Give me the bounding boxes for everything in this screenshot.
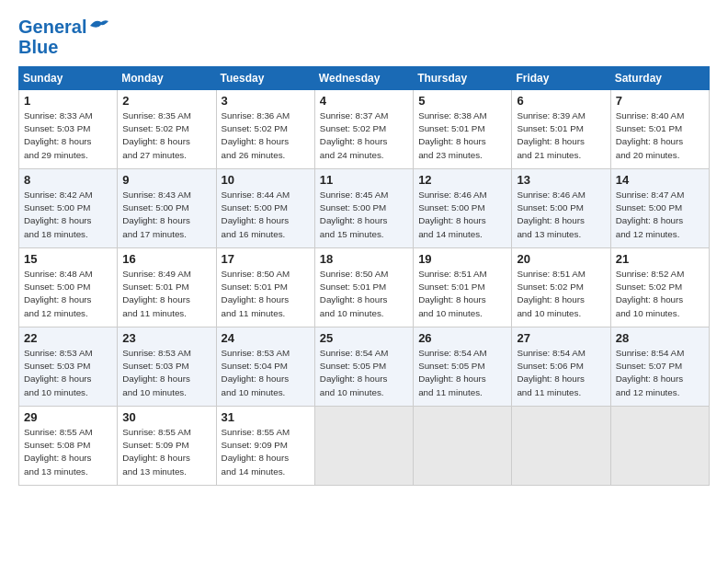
day-number: 21: [616, 252, 704, 266]
calendar-cell-day-15: 15Sunrise: 8:48 AM Sunset: 5:00 PM Dayli…: [19, 248, 118, 327]
day-number: 31: [222, 410, 310, 424]
day-number: 24: [222, 331, 310, 345]
cell-info: Sunrise: 8:49 AM Sunset: 5:01 PM Dayligh…: [122, 268, 210, 320]
calendar-cell-day-27: 27Sunrise: 8:54 AM Sunset: 5:06 PM Dayli…: [512, 327, 610, 407]
calendar-cell-day-11: 11Sunrise: 8:45 AM Sunset: 5:00 PM Dayli…: [314, 169, 413, 248]
col-sunday: Sunday: [19, 67, 118, 90]
day-number: 18: [320, 252, 408, 266]
day-number: 4: [320, 94, 408, 108]
day-number: 27: [517, 331, 605, 345]
calendar-cell-day-28: 28Sunrise: 8:54 AM Sunset: 5:07 PM Dayli…: [610, 327, 709, 407]
cell-info: Sunrise: 8:39 AM Sunset: 5:01 PM Dayligh…: [517, 109, 605, 162]
day-number: 5: [418, 94, 506, 108]
calendar-cell-day-26: 26Sunrise: 8:54 AM Sunset: 5:05 PM Dayli…: [414, 327, 512, 407]
cell-info: Sunrise: 8:50 AM Sunset: 5:01 PM Dayligh…: [320, 268, 408, 320]
calendar-cell-day-3: 3Sunrise: 8:36 AM Sunset: 5:02 PM Daylig…: [216, 90, 314, 169]
day-number: 7: [616, 94, 704, 108]
cell-info: Sunrise: 8:37 AM Sunset: 5:02 PM Dayligh…: [320, 109, 408, 162]
calendar-cell-empty: [314, 407, 413, 486]
calendar-cell-day-10: 10Sunrise: 8:44 AM Sunset: 5:00 PM Dayli…: [216, 169, 314, 248]
calendar-cell-day-6: 6Sunrise: 8:39 AM Sunset: 5:01 PM Daylig…: [512, 90, 610, 169]
day-number: 16: [122, 252, 210, 266]
col-saturday: Saturday: [610, 67, 709, 90]
day-number: 26: [418, 331, 506, 345]
day-number: 13: [517, 173, 605, 187]
cell-info: Sunrise: 8:51 AM Sunset: 5:02 PM Dayligh…: [517, 268, 605, 320]
cell-info: Sunrise: 8:48 AM Sunset: 5:00 PM Dayligh…: [24, 268, 112, 320]
cell-info: Sunrise: 8:44 AM Sunset: 5:00 PM Dayligh…: [222, 189, 310, 241]
cell-info: Sunrise: 8:40 AM Sunset: 5:01 PM Dayligh…: [616, 109, 704, 162]
col-friday: Friday: [512, 67, 610, 90]
cell-info: Sunrise: 8:55 AM Sunset: 9:09 PM Dayligh…: [222, 426, 310, 478]
day-number: 14: [616, 173, 704, 187]
calendar-cell-day-29: 29Sunrise: 8:55 AM Sunset: 5:08 PM Dayli…: [19, 407, 118, 486]
cell-info: Sunrise: 8:33 AM Sunset: 5:03 PM Dayligh…: [24, 109, 112, 162]
calendar-week-5: 29Sunrise: 8:55 AM Sunset: 5:08 PM Dayli…: [19, 407, 710, 486]
day-number: 3: [222, 94, 310, 108]
cell-info: Sunrise: 8:53 AM Sunset: 5:03 PM Dayligh…: [24, 347, 112, 399]
day-number: 2: [122, 94, 210, 108]
cell-info: Sunrise: 8:51 AM Sunset: 5:01 PM Dayligh…: [418, 268, 506, 320]
calendar-week-3: 15Sunrise: 8:48 AM Sunset: 5:00 PM Dayli…: [19, 248, 710, 327]
calendar-cell-day-14: 14Sunrise: 8:47 AM Sunset: 5:00 PM Dayli…: [610, 169, 709, 248]
calendar-cell-day-22: 22Sunrise: 8:53 AM Sunset: 5:03 PM Dayli…: [19, 327, 118, 407]
cell-info: Sunrise: 8:45 AM Sunset: 5:00 PM Dayligh…: [320, 189, 408, 241]
cell-info: Sunrise: 8:54 AM Sunset: 5:05 PM Dayligh…: [418, 347, 506, 399]
calendar-cell-day-5: 5Sunrise: 8:38 AM Sunset: 5:01 PM Daylig…: [414, 90, 512, 169]
page: General Blue Sunday Monday Tuesday Wedne…: [0, 0, 728, 563]
cell-info: Sunrise: 8:42 AM Sunset: 5:00 PM Dayligh…: [24, 189, 112, 241]
logo-bird-icon: [88, 18, 108, 33]
calendar-cell-day-1: 1Sunrise: 8:33 AM Sunset: 5:03 PM Daylig…: [19, 90, 118, 169]
day-number: 8: [24, 173, 112, 187]
col-wednesday: Wednesday: [314, 67, 413, 90]
logo-general: General: [18, 17, 86, 37]
calendar-week-2: 8Sunrise: 8:42 AM Sunset: 5:00 PM Daylig…: [19, 169, 710, 248]
cell-info: Sunrise: 8:38 AM Sunset: 5:01 PM Dayligh…: [418, 109, 506, 162]
day-number: 17: [222, 252, 310, 266]
col-monday: Monday: [118, 67, 216, 90]
day-number: 23: [122, 331, 210, 345]
calendar-cell-day-2: 2Sunrise: 8:35 AM Sunset: 5:02 PM Daylig…: [118, 90, 216, 169]
cell-info: Sunrise: 8:50 AM Sunset: 5:01 PM Dayligh…: [222, 268, 310, 320]
cell-info: Sunrise: 8:46 AM Sunset: 5:00 PM Dayligh…: [517, 189, 605, 241]
calendar-cell-day-24: 24Sunrise: 8:53 AM Sunset: 5:04 PM Dayli…: [216, 327, 314, 407]
cell-info: Sunrise: 8:55 AM Sunset: 5:08 PM Dayligh…: [24, 426, 112, 478]
day-number: 6: [517, 94, 605, 108]
cell-info: Sunrise: 8:36 AM Sunset: 5:02 PM Dayligh…: [222, 109, 310, 162]
logo-blue: Blue: [18, 37, 58, 57]
cell-info: Sunrise: 8:54 AM Sunset: 5:06 PM Dayligh…: [517, 347, 605, 399]
calendar-cell-empty: [610, 407, 709, 486]
cell-info: Sunrise: 8:52 AM Sunset: 5:02 PM Dayligh…: [616, 268, 704, 320]
calendar-week-1: 1Sunrise: 8:33 AM Sunset: 5:03 PM Daylig…: [19, 90, 710, 169]
cell-info: Sunrise: 8:35 AM Sunset: 5:02 PM Dayligh…: [122, 109, 210, 162]
calendar-cell-day-4: 4Sunrise: 8:37 AM Sunset: 5:02 PM Daylig…: [314, 90, 413, 169]
day-number: 19: [418, 252, 506, 266]
cell-info: Sunrise: 8:47 AM Sunset: 5:00 PM Dayligh…: [616, 189, 704, 241]
cell-info: Sunrise: 8:53 AM Sunset: 5:04 PM Dayligh…: [222, 347, 310, 399]
day-number: 9: [122, 173, 210, 187]
calendar-cell-day-18: 18Sunrise: 8:50 AM Sunset: 5:01 PM Dayli…: [314, 248, 413, 327]
col-thursday: Thursday: [414, 67, 512, 90]
calendar-cell-day-17: 17Sunrise: 8:50 AM Sunset: 5:01 PM Dayli…: [216, 248, 314, 327]
calendar-cell-day-19: 19Sunrise: 8:51 AM Sunset: 5:01 PM Dayli…: [414, 248, 512, 327]
day-number: 30: [122, 410, 210, 424]
calendar-cell-day-8: 8Sunrise: 8:42 AM Sunset: 5:00 PM Daylig…: [19, 169, 118, 248]
calendar-table: Sunday Monday Tuesday Wednesday Thursday…: [18, 66, 710, 486]
cell-info: Sunrise: 8:54 AM Sunset: 5:07 PM Dayligh…: [616, 347, 704, 399]
calendar-cell-day-30: 30Sunrise: 8:55 AM Sunset: 5:09 PM Dayli…: [118, 407, 216, 486]
calendar-cell-day-31: 31Sunrise: 8:55 AM Sunset: 9:09 PM Dayli…: [216, 407, 314, 486]
calendar-cell-day-13: 13Sunrise: 8:46 AM Sunset: 5:00 PM Dayli…: [512, 169, 610, 248]
day-number: 15: [24, 252, 112, 266]
cell-info: Sunrise: 8:53 AM Sunset: 5:03 PM Dayligh…: [122, 347, 210, 399]
day-number: 22: [24, 331, 112, 345]
day-number: 10: [222, 173, 310, 187]
calendar-cell-day-12: 12Sunrise: 8:46 AM Sunset: 5:00 PM Dayli…: [414, 169, 512, 248]
day-number: 12: [418, 173, 506, 187]
col-tuesday: Tuesday: [216, 67, 314, 90]
cell-info: Sunrise: 8:54 AM Sunset: 5:05 PM Dayligh…: [320, 347, 408, 399]
calendar-cell-empty: [512, 407, 610, 486]
calendar-header-row: Sunday Monday Tuesday Wednesday Thursday…: [19, 67, 710, 90]
cell-info: Sunrise: 8:46 AM Sunset: 5:00 PM Dayligh…: [418, 189, 506, 241]
calendar-cell-empty: [414, 407, 512, 486]
day-number: 20: [517, 252, 605, 266]
